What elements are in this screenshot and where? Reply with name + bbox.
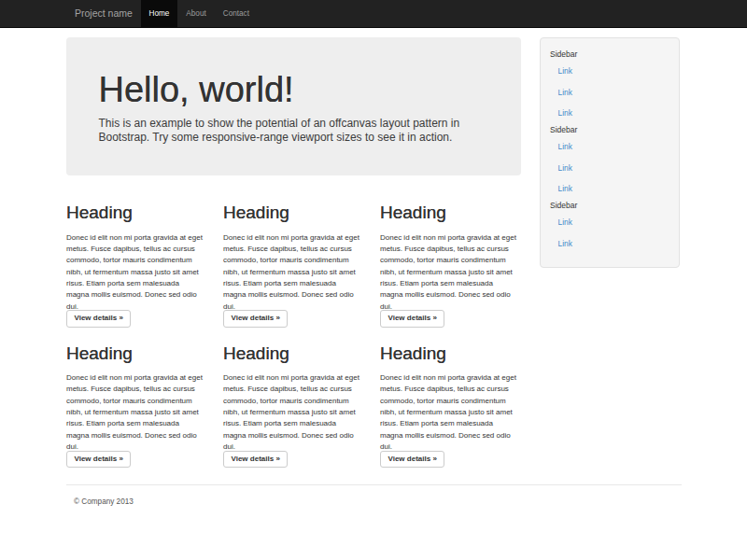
sidebar-link[interactable]: Link — [541, 103, 679, 124]
card-title: Heading — [223, 203, 363, 222]
card-title: Heading — [223, 343, 363, 363]
nav-link-home[interactable]: Home — [141, 0, 178, 27]
card-title: Heading — [66, 203, 206, 222]
sidebar-link[interactable]: Link — [541, 61, 679, 82]
view-details-button[interactable]: View details » — [66, 451, 131, 469]
card-1: Heading Donec id elit non mi porta gravi… — [66, 203, 206, 328]
main-content: Heading Donec id elit non mi porta gravi… — [66, 203, 521, 468]
card-3: Heading Donec id elit non mi porta gravi… — [380, 203, 520, 328]
view-details-button[interactable]: View details » — [66, 310, 131, 328]
view-details-button[interactable]: View details » — [223, 310, 288, 328]
card-4: Heading Donec id elit non mi porta gravi… — [66, 343, 206, 469]
card-text: Donec id elit non mi porta gravida at eg… — [66, 232, 206, 313]
nav-item-contact: Contact — [215, 0, 258, 27]
navbar-menu: Home About Contact — [141, 0, 258, 27]
view-details-button[interactable]: View details » — [380, 451, 444, 469]
cards-row-1: Heading Donec id elit non mi porta gravi… — [66, 203, 521, 328]
jumbotron: Hello, world! This is an example to show… — [66, 37, 521, 175]
sidebar-link[interactable]: Link — [541, 82, 679, 104]
sidebar-link[interactable]: Link — [541, 158, 679, 179]
card-title: Heading — [380, 203, 520, 222]
card-title: Heading — [66, 343, 206, 363]
jumbotron-title: Hello, world! — [99, 72, 489, 107]
card-text: Donec id elit non mi porta gravida at eg… — [223, 372, 363, 453]
sidebar-link[interactable]: Link — [541, 178, 679, 200]
top-navbar: Project name Home About Contact — [0, 0, 747, 28]
footer-copyright: © Company 2013 — [74, 497, 134, 508]
nav-link-contact[interactable]: Contact — [215, 0, 258, 27]
card-title: Heading — [380, 343, 520, 363]
cards-row-2: Heading Donec id elit non mi porta gravi… — [66, 343, 521, 469]
sidebar-header: Sidebar — [541, 124, 679, 136]
card-text: Donec id elit non mi porta gravida at eg… — [223, 232, 363, 313]
view-details-button[interactable]: View details » — [223, 451, 288, 469]
sidebar-link[interactable]: Link — [541, 233, 679, 255]
sidebar-header: Sidebar — [541, 200, 679, 212]
sidebar-header: Sidebar — [541, 49, 679, 61]
card-2: Heading Donec id elit non mi porta gravi… — [223, 203, 363, 328]
card-text: Donec id elit non mi porta gravida at eg… — [380, 232, 520, 313]
view-details-button[interactable]: View details » — [380, 310, 444, 328]
jumbotron-text: This is an example to show the potential… — [99, 117, 489, 145]
navbar-brand[interactable]: Project name — [75, 0, 133, 27]
card-text: Donec id elit non mi porta gravida at eg… — [66, 372, 206, 453]
nav-item-home: Home — [141, 0, 178, 27]
sidebar-link[interactable]: Link — [541, 136, 679, 158]
nav-item-about: About — [177, 0, 214, 27]
sidebar: Sidebar Link Link Link Sidebar Link Link… — [540, 37, 680, 268]
footer-divider — [66, 484, 682, 485]
nav-link-about[interactable]: About — [177, 0, 214, 27]
sidebar-link[interactable]: Link — [541, 212, 679, 233]
card-5: Heading Donec id elit non mi porta gravi… — [223, 343, 363, 469]
card-text: Donec id elit non mi porta gravida at eg… — [380, 372, 520, 453]
card-6: Heading Donec id elit non mi porta gravi… — [380, 343, 520, 469]
